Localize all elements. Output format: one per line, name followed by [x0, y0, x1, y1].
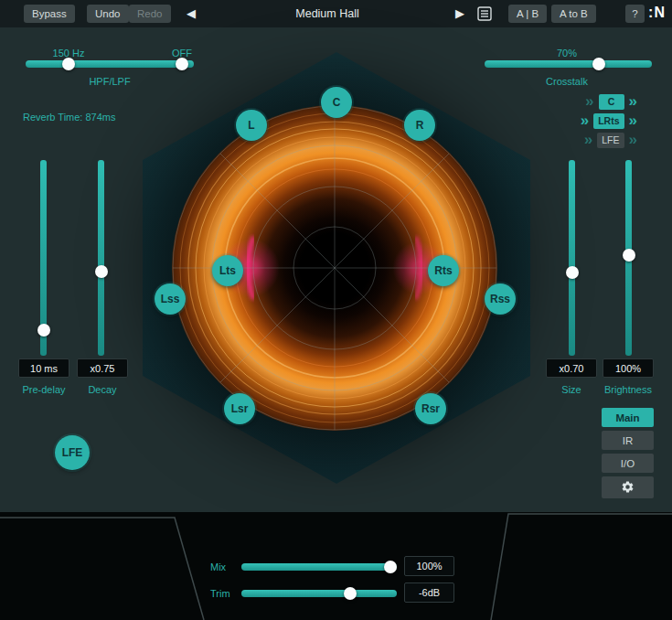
gear-icon [621, 480, 635, 496]
size-slider-handle[interactable] [566, 266, 579, 279]
channel-node-rts[interactable]: Rts [428, 255, 459, 286]
ab-compare-button[interactable]: A | B [508, 5, 547, 23]
predelay-value-box[interactable]: 10 ms [18, 358, 69, 378]
decay-slider-handle[interactable] [95, 265, 108, 278]
routing-button-lrts[interactable]: LRts [593, 113, 624, 129]
channel-node-rss[interactable]: Rss [485, 283, 516, 315]
crosstalk-slider-handle[interactable] [592, 58, 605, 70]
size-value-box[interactable]: x0.70 [546, 358, 597, 378]
size-slider-track[interactable] [569, 160, 575, 356]
routing-row-c: » C » [585, 93, 637, 110]
main-view-button[interactable]: Main [602, 408, 654, 427]
channel-node-lts[interactable]: Lts [212, 255, 243, 286]
decay-slider-track[interactable] [98, 160, 104, 356]
mix-slider-track[interactable] [241, 563, 397, 571]
nugen-logo: :N [648, 5, 666, 21]
routing-out-chevron-icon[interactable]: » [629, 133, 637, 147]
routing-button-lfe[interactable]: LFE [597, 133, 624, 148]
routing-row-lfe: » LFE » [584, 132, 637, 148]
decay-value-box[interactable]: x0.75 [77, 358, 128, 378]
settings-button[interactable] [602, 476, 654, 498]
routing-in-chevron-icon[interactable]: » [581, 113, 589, 128]
redo-button[interactable]: Redo [129, 5, 171, 23]
channel-node-lfe[interactable]: LFE [55, 435, 90, 470]
channel-node-c[interactable]: C [321, 87, 352, 118]
mix-value-box[interactable]: 100% [404, 556, 454, 576]
bypass-button[interactable]: Bypass [24, 5, 75, 23]
mix-slider-handle[interactable] [384, 561, 397, 573]
routing-button-c[interactable]: C [599, 94, 624, 110]
undo-button[interactable]: Undo [87, 5, 129, 23]
trim-slider-track[interactable] [241, 590, 397, 597]
decay-label: Decay [66, 384, 139, 395]
mix-label: Mix [210, 561, 238, 572]
next-preset-icon[interactable]: ▶ [455, 6, 464, 20]
hpf-lpf-label: HPF/LPF [55, 76, 165, 87]
routing-in-chevron-icon[interactable]: » [584, 133, 592, 147]
crosstalk-value-label: 70% [539, 48, 594, 59]
preset-name[interactable]: Medium Hall [245, 7, 410, 20]
brightness-value-box[interactable]: 100% [603, 358, 654, 378]
brightness-slider-handle[interactable] [623, 249, 635, 262]
previous-preset-icon[interactable]: ◀ [187, 6, 196, 20]
reverb-time-readout: Reverb Time: 874ms [23, 112, 169, 123]
hpf-lpf-slider-track[interactable] [26, 60, 194, 68]
channel-node-lss[interactable]: Lss [155, 283, 186, 315]
paragon-plugin-window: Bypass Undo Redo ◀ Medium Hall ▶ A | B A… [0, 0, 672, 620]
trim-value-box[interactable]: -6dB [404, 583, 454, 603]
trim-slider-handle[interactable] [344, 587, 357, 600]
help-button[interactable]: ? [625, 5, 645, 23]
routing-row-lrts: » LRts » [581, 112, 637, 129]
channel-node-r[interactable]: R [404, 110, 435, 141]
bottom-bar: NUGENAudio • • • PARAGON Mix 100% Trim -… [0, 512, 672, 620]
crosstalk-label: Crosstalk [521, 76, 613, 87]
a-to-b-copy-button[interactable]: A to B [551, 5, 596, 23]
routing-in-chevron-icon[interactable]: » [585, 94, 593, 109]
trim-label: Trim [210, 588, 241, 599]
top-toolbar: Bypass Undo Redo ◀ Medium Hall ▶ A | B A… [0, 0, 672, 27]
predelay-slider-handle[interactable] [37, 324, 50, 337]
brightness-label: Brightness [592, 384, 665, 395]
preset-list-icon[interactable] [476, 5, 493, 26]
lpf-slider-handle[interactable] [176, 58, 188, 70]
io-view-button[interactable]: I/O [602, 454, 654, 473]
crosstalk-slider-track[interactable] [485, 60, 652, 68]
routing-out-chevron-icon[interactable]: » [629, 113, 637, 128]
hpf-slider-handle[interactable] [62, 58, 75, 70]
routing-out-chevron-icon[interactable]: » [629, 94, 637, 109]
channel-node-l[interactable]: L [236, 110, 267, 141]
ir-view-button[interactable]: IR [602, 431, 654, 450]
channel-node-lsr[interactable]: Lsr [224, 393, 255, 424]
channel-node-rsr[interactable]: Rsr [415, 393, 446, 424]
